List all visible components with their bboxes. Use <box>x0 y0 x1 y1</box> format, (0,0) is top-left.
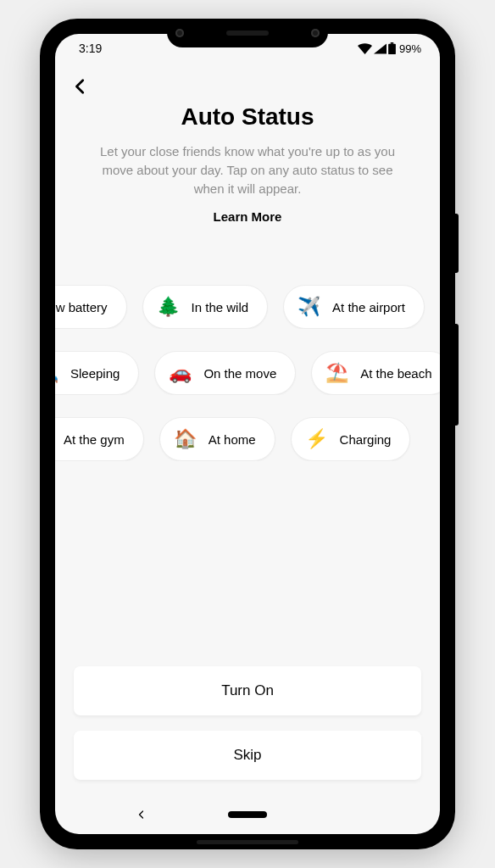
status-chip-airport[interactable]: ✈️ At the airport <box>283 285 425 329</box>
phone-notch <box>167 19 328 47</box>
skip-button[interactable]: Skip <box>74 731 421 780</box>
chip-label: Sleeping <box>70 366 120 381</box>
chip-label: At the beach <box>360 366 431 381</box>
turn-on-button[interactable]: Turn On <box>74 666 421 715</box>
status-chip-low-battery[interactable]: 🔋 Low battery <box>55 285 127 329</box>
android-nav-bar <box>55 795 440 834</box>
status-chip-at-home[interactable]: 🏠 At home <box>159 417 275 461</box>
chip-label: At the gym <box>64 432 125 447</box>
screen: 3:19 99% Auto Status Let your close frie… <box>55 34 440 834</box>
svg-rect-0 <box>391 42 394 44</box>
page-title: Auto Status <box>67 103 428 131</box>
status-chips: 🔋 Low battery 🌲 In the wild ✈️ At the ai… <box>55 285 440 461</box>
airplane-icon: ✈️ <box>298 298 320 316</box>
status-time: 3:19 <box>74 42 102 55</box>
car-icon: 🚗 <box>169 364 192 382</box>
status-chip-at-the-beach[interactable]: ⛱️ At the beach <box>311 351 440 395</box>
status-icons: 99% <box>358 42 421 55</box>
back-button[interactable] <box>67 73 94 100</box>
bed-icon: 🛏️ <box>55 364 58 382</box>
beach-icon: ⛱️ <box>325 364 348 382</box>
page-subtitle: Let your close friends know what you're … <box>91 142 404 198</box>
action-buttons: Turn On Skip <box>55 666 440 795</box>
status-chip-at-the-gym[interactable]: 🟡 At the gym <box>55 417 144 461</box>
signal-icon <box>374 43 387 54</box>
status-chip-charging[interactable]: ⚡ Charging <box>291 417 411 461</box>
house-icon: 🏠 <box>174 430 197 448</box>
status-chip-on-the-move[interactable]: 🚗 On the move <box>154 351 296 395</box>
chip-label: At the airport <box>332 300 405 314</box>
phone-frame: 3:19 99% Auto Status Let your close frie… <box>40 19 455 849</box>
chevron-left-icon <box>71 77 90 96</box>
chip-label: Charging <box>340 432 392 447</box>
nav-home-pill[interactable] <box>228 811 267 818</box>
chip-label: Low battery <box>55 300 108 314</box>
status-chip-sleeping[interactable]: 🛏️ Sleeping <box>55 351 139 395</box>
battery-icon <box>388 42 396 54</box>
lightning-icon: ⚡ <box>305 430 328 448</box>
battery-percentage: 99% <box>399 42 421 55</box>
header: Auto Status Let your close friends know … <box>55 63 440 227</box>
wifi-icon <box>358 43 372 54</box>
chips-row: 🔋 Low battery 🌲 In the wild ✈️ At the ai… <box>55 285 440 329</box>
chip-label: In the wild <box>192 300 249 314</box>
chips-row: 🟡 At the gym 🏠 At home ⚡ Charging <box>55 417 440 461</box>
chips-row: 🛏️ Sleeping 🚗 On the move ⛱️ At the beac… <box>55 351 440 395</box>
learn-more-link[interactable]: Learn More <box>67 209 428 224</box>
svg-rect-1 <box>388 44 396 54</box>
status-chip-in-the-wild[interactable]: 🌲 In the wild <box>142 285 269 329</box>
chip-label: On the move <box>203 366 276 381</box>
chevron-left-icon <box>136 810 147 820</box>
tree-icon: 🌲 <box>157 298 180 316</box>
chip-label: At home <box>209 432 256 447</box>
nav-back-button[interactable] <box>133 806 150 823</box>
